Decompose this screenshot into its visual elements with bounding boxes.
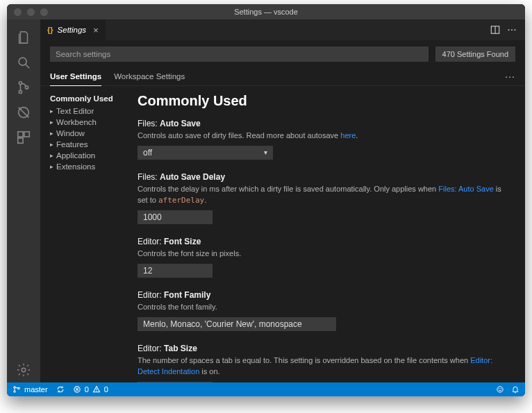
- chevron-right-icon: ▸: [50, 152, 53, 159]
- setting-label: Editor: Tab Size: [138, 344, 508, 353]
- window-title: Settings — vscode: [7, 8, 525, 16]
- window: Settings — vscode: [7, 4, 525, 396]
- settings-search-row: 470 Settings Found: [40, 40, 525, 68]
- status-bar: master 0 0: [7, 382, 525, 396]
- toc-item-window[interactable]: ▸Window: [47, 128, 128, 139]
- smiley-icon: [496, 385, 504, 394]
- settings-gear-icon[interactable]: [7, 357, 40, 382]
- split-editor-icon[interactable]: [490, 25, 500, 35]
- toc-item-application[interactable]: ▸Application: [47, 150, 128, 161]
- font-size-input[interactable]: [138, 264, 213, 278]
- setting-label: Editor: Font Family: [138, 290, 508, 300]
- auto-save-select[interactable]: off▾: [138, 146, 273, 160]
- warning-icon: [92, 385, 101, 394]
- chevron-right-icon: ▸: [50, 130, 53, 137]
- font-family-input[interactable]: [138, 317, 336, 331]
- search-input[interactable]: [50, 47, 429, 62]
- chevron-right-icon: ▸: [50, 163, 53, 170]
- toc-item-workbench[interactable]: ▸Workbench: [47, 117, 128, 128]
- scope-more-icon[interactable]: ···: [505, 71, 515, 83]
- setting-auto-save-delay: Files: Auto Save Delay Controls the dela…: [138, 172, 508, 224]
- tab-settings[interactable]: {} Settings ×: [40, 19, 106, 40]
- setting-label: Editor: Font Size: [138, 237, 508, 246]
- svg-point-14: [14, 391, 15, 392]
- titlebar: Settings — vscode: [7, 4, 525, 19]
- setting-desc: Controls the delay in ms after which a d…: [138, 184, 508, 206]
- svg-point-2: [19, 81, 22, 84]
- status-branch[interactable]: master: [13, 385, 48, 394]
- setting-label: Files: Auto Save: [138, 119, 508, 128]
- svg-rect-8: [24, 132, 29, 137]
- scope-user[interactable]: User Settings: [50, 68, 101, 86]
- status-feedback[interactable]: [496, 385, 504, 394]
- debug-icon[interactable]: [7, 100, 40, 125]
- editor-tabs: {} Settings × ···: [40, 19, 525, 40]
- chevron-right-icon: ▸: [50, 108, 53, 115]
- section-title: Commonly Used: [138, 93, 508, 109]
- sync-icon: [56, 385, 65, 394]
- status-sync[interactable]: [56, 385, 65, 394]
- bell-icon: [511, 385, 519, 394]
- setting-auto-save: Files: Auto Save Controls auto save of d…: [138, 119, 508, 160]
- svg-point-22: [499, 389, 499, 389]
- setting-desc: Controls the font family.: [138, 302, 508, 313]
- chevron-updown-icon: ▾: [264, 149, 267, 156]
- auto-save-delay-input[interactable]: [138, 210, 213, 224]
- setting-desc: The number of spaces a tab is equal to. …: [138, 355, 508, 378]
- svg-point-3: [19, 90, 22, 93]
- setting-desc: Controls auto save of dirty files. Read …: [138, 130, 508, 142]
- status-problems[interactable]: 0 0: [73, 385, 108, 394]
- setting-tab-size: Editor: Tab Size The number of spaces a …: [138, 344, 508, 382]
- toc-heading[interactable]: Commonly Used: [47, 93, 128, 106]
- svg-point-13: [14, 387, 15, 388]
- svg-point-10: [22, 368, 26, 372]
- error-icon: [73, 385, 81, 394]
- tab-title: Settings: [58, 26, 87, 34]
- content-row: Commonly Used ▸Text Editor ▸Workbench ▸W…: [40, 86, 525, 382]
- setting-font-family: Editor: Font Family Controls the font fa…: [138, 290, 508, 331]
- explorer-icon[interactable]: [7, 25, 40, 50]
- svg-point-23: [501, 389, 501, 389]
- setting-desc: Controls the font size in pixels.: [138, 248, 508, 260]
- autosave-help-link[interactable]: here: [340, 131, 356, 140]
- toc-item-extensions[interactable]: ▸Extensions: [47, 161, 128, 172]
- body: {} Settings × ··· 470 Settings Found Use…: [7, 19, 525, 382]
- source-control-icon[interactable]: [7, 75, 40, 100]
- extensions-icon[interactable]: [7, 125, 40, 150]
- json-brace-icon: {}: [47, 26, 53, 34]
- branch-icon: [13, 385, 21, 394]
- svg-line-1: [26, 65, 30, 69]
- chevron-right-icon: ▸: [50, 119, 53, 126]
- setting-font-size: Editor: Font Size Controls the font size…: [138, 237, 508, 278]
- svg-rect-9: [18, 138, 23, 143]
- svg-point-0: [19, 58, 26, 65]
- settings-pane: Commonly Used Files: Auto Save Controls …: [131, 86, 525, 382]
- scope-row: User Settings Workspace Settings ···: [40, 68, 525, 86]
- chevron-right-icon: ▸: [50, 141, 53, 148]
- search-icon[interactable]: [7, 50, 40, 75]
- toc-item-text-editor[interactable]: ▸Text Editor: [47, 106, 128, 117]
- autosave-ref-link[interactable]: Files: Auto Save: [438, 185, 494, 193]
- more-actions-icon[interactable]: ···: [507, 25, 517, 35]
- close-tab-icon[interactable]: ×: [93, 25, 99, 35]
- main-area: {} Settings × ··· 470 Settings Found Use…: [40, 19, 525, 382]
- status-notifications[interactable]: [511, 385, 519, 394]
- results-count: 470 Settings Found: [435, 47, 515, 62]
- scope-workspace[interactable]: Workspace Settings: [114, 68, 185, 85]
- settings-toc: Commonly Used ▸Text Editor ▸Workbench ▸W…: [40, 86, 131, 382]
- toc-item-features[interactable]: ▸Features: [47, 139, 128, 150]
- activity-bar: [7, 19, 40, 382]
- setting-label: Files: Auto Save Delay: [138, 172, 508, 182]
- svg-point-21: [497, 387, 503, 392]
- svg-rect-7: [18, 132, 23, 137]
